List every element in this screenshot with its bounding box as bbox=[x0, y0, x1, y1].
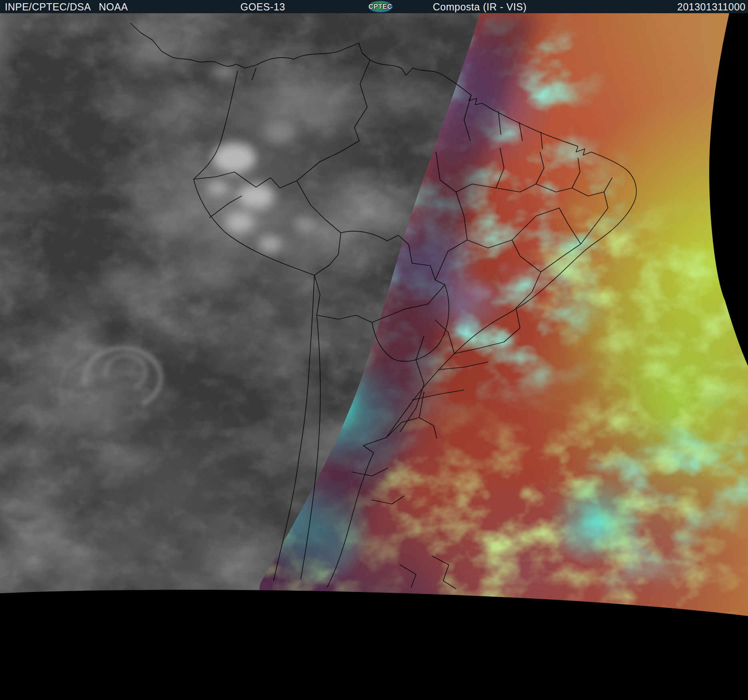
satellite-image bbox=[0, 13, 748, 700]
satellite-label: GOES-13 bbox=[240, 0, 285, 13]
header-bar: INPE/CPTEC/DSA NOAA GOES-13 CPTEC Compos… bbox=[0, 0, 748, 13]
noaa-label: NOAA bbox=[99, 0, 128, 13]
cptec-logo-text: CPTEC bbox=[368, 3, 392, 10]
cptec-logo: CPTEC bbox=[366, 0, 395, 13]
product-label: Composta (IR - VIS) bbox=[433, 0, 527, 13]
agency-label: INPE/CPTEC/DSA bbox=[5, 0, 91, 13]
timestamp-label: 201301311000 bbox=[677, 0, 746, 13]
scan-edge-bottom bbox=[0, 590, 748, 700]
satellite-product-page: { "header": { "agency": "INPE/CPTEC/DSA"… bbox=[0, 0, 748, 700]
